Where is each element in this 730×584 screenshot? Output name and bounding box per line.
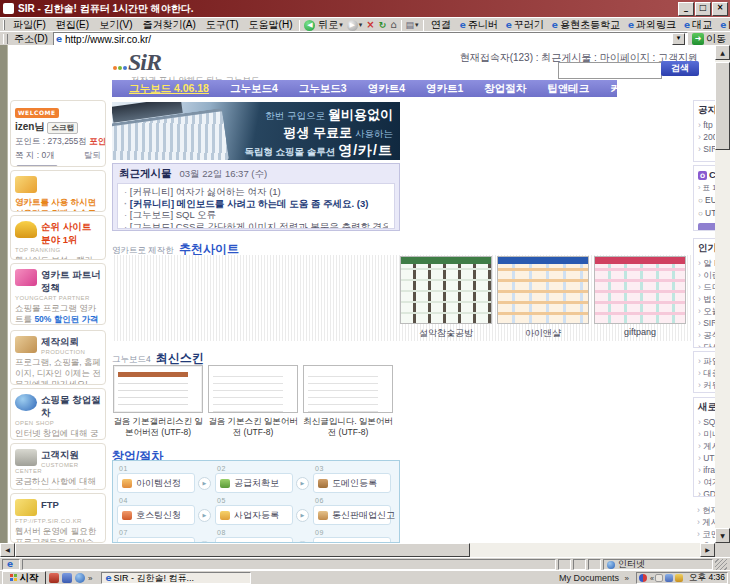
popular-link[interactable]: 공식 [698,329,715,341]
production-box[interactable]: 제작의뢰 PRODUCTION 프로그램, 쇼핑몰, 홈페이지, 디자인 이제는… [10,330,106,385]
recommend-site-card[interactable]: 설악참숯공방 [400,256,492,340]
scroll-left-button[interactable] [0,543,15,557]
nav-gnuboard-version[interactable]: 그누보드 4.06.18 [129,82,209,96]
site-caption[interactable]: 설악참숯공방 [400,327,492,340]
nav-community[interactable]: 커뮤니티 [610,82,652,96]
maximize-button[interactable]: □ [695,2,711,16]
step-item[interactable]: 공급처확보 [215,473,293,493]
skin-card[interactable]: 걸음 기본갤러리스킨 일본어버전 (UTF-8) [113,365,203,438]
horizontal-scrollbar[interactable] [0,543,715,557]
scrap-button[interactable]: 스크랩 [47,122,78,134]
active-task-button[interactable]: SIR - 김한솔! 컴퓨... [101,572,251,584]
start-button[interactable]: 시작 [2,571,46,584]
link-izen-style[interactable]: Izen Style [720,20,730,31]
notice-link[interactable]: 2006년 [698,131,715,143]
customer-support-box[interactable]: 고객지원 CUSTOMER CENTER 궁금하신 사항에 대해 성심껏 답변 … [10,443,106,490]
withdraw-link[interactable]: 탈퇴 [84,150,101,162]
ranking-box[interactable]: 순위 사이트 분야 1위 TOP RANKING 웹사이트 분석 - 랭키닷컴 … [10,215,106,260]
new-post-link[interactable]: iframe [698,464,715,476]
nav-gnuboard3[interactable]: 그누보드3 [299,82,347,96]
nav-gnuboard4[interactable]: 그누보드4 [230,82,278,96]
menu-edit[interactable]: 편집(E) [51,18,94,32]
refresh-button[interactable] [379,20,387,30]
home-button[interactable] [390,20,396,30]
address-input[interactable]: http://www.sir.co.kr/ [53,32,688,46]
link-daekyo[interactable]: 대교 [684,18,712,32]
tray-icon-1[interactable] [655,574,663,582]
skin-card[interactable]: 걸음 기본스킨 일본어버전 (UTF-8) [208,365,298,438]
site-caption[interactable]: giftpang [594,327,686,337]
logout-button[interactable]: 로그아웃 [16,165,58,167]
quick-launch-icon-1[interactable] [49,573,59,583]
post-link[interactable]: [그누보드] SQL 오류 [124,209,388,221]
new-post-link[interactable]: UTF-8 [698,452,715,464]
addressbar-grip[interactable] [3,34,8,44]
skin-caption[interactable]: 최신글입니다. 일본어버전 (UTF-8) [303,416,393,438]
vertical-scroll-thumb[interactable] [715,62,730,150]
post-link[interactable]: [커뮤니티] 메인보드를 사려고 하는데 도움 좀 주세요. (3) [124,198,388,210]
poll-submit-button[interactable] [698,223,715,231]
popular-link[interactable]: 오늘 [698,305,715,317]
ftp-box[interactable]: FTP FTP://FTP.SIR.CO.KR 웹서버 운영에 필요한 프로그램… [10,493,106,543]
youngcart-promo-box[interactable]: 영카트를 사용 하시면 신용카드 결제 수수료 최저 3.0% 적용 [10,170,106,212]
popular-link[interactable]: 알 FTP [698,257,715,269]
step-item[interactable]: 사업자등록 [215,505,293,525]
minimize-button[interactable]: _ [678,2,694,16]
nav-startup[interactable]: 창업절차 [484,82,526,96]
partner-policy-box[interactable]: 영카트 파트너정책 YOUNGCART PARTNER 쇼핑몰 프로그램 영카트… [10,263,106,325]
notice-link[interactable]: SIR 안내 [698,143,715,155]
popular-link[interactable]: 법인 [698,293,715,305]
tray-icon-2[interactable] [665,574,673,582]
search-input[interactable] [558,62,662,79]
skin-caption[interactable]: 걸음 기본스킨 일본어버전 (UTF-8) [208,416,298,438]
point-policy-link[interactable]: 포인트정책 [89,136,106,146]
link-school[interactable]: 용현초등학교 [552,18,620,32]
new-post-link[interactable]: 게시판 [698,440,715,452]
new-post-link[interactable]: GD 등 [698,488,715,497]
window-titlebar[interactable]: SIR - 김한솔! 컴퓨터 1시간만 해야한다. _ □ × [0,0,730,17]
menu-favorites[interactable]: 즐겨찾기(A) [137,18,200,32]
nav-youngcart1[interactable]: 영카트1 [426,82,463,96]
recommend-site-card[interactable]: 아이앤샬 [497,256,589,340]
resize-grip[interactable] [715,559,727,570]
site-caption[interactable]: 아이앤샬 [497,327,589,340]
scroll-up-button[interactable] [715,45,730,60]
forward-button[interactable] [347,20,363,31]
popular-link[interactable]: 대충 [698,367,715,379]
vertical-scrollbar[interactable] [715,45,730,543]
popular-link[interactable]: 드디어 [698,281,715,293]
tray-collapse-chevron[interactable]: « [650,575,654,582]
link-junior[interactable]: 쥬니버 [460,18,498,32]
popular-link[interactable]: SIR 쇼핑 [698,317,715,329]
menu-help[interactable]: 도움말(H) [244,18,298,32]
menu-view[interactable]: 보기(V) [94,18,137,32]
close-button[interactable]: × [712,2,728,16]
address-dropdown-button[interactable] [672,33,685,45]
step-item[interactable]: 도메인등록 [313,473,391,493]
post-link[interactable]: [커뮤니티] 여자가 싫어하는 여자 (1) [124,186,388,198]
step-item[interactable]: 아이템선정 [117,473,195,493]
popular-link[interactable]: 이런 [698,269,715,281]
step-item[interactable]: 통신판매업신고 [313,505,391,525]
youngcart-banner[interactable]: 한번 구입으로 월비용없이 평생 무료로 사용하는 독립형 쇼핑몰 솔루션 영/… [112,102,400,160]
new-post-link[interactable]: SQL [698,416,715,428]
stop-button[interactable] [366,20,374,30]
scroll-right-button[interactable] [700,543,715,557]
horizontal-scroll-thumb[interactable] [15,543,470,557]
skin-card[interactable]: 최신글입니다. 일본어버전 (UTF-8) [303,365,393,438]
link-gwaoe[interactable]: 과외링크 [628,18,676,32]
link-kkureogi[interactable]: 꾸러기 [506,18,544,32]
go-button[interactable]: 이동 [706,32,726,46]
new-post-link[interactable]: 여기 [698,476,715,488]
site-logo[interactable]: SiR [113,49,161,76]
skin-caption[interactable]: 걸음 기본갤러리스킨 일본어버전 (UTF-8) [113,416,203,438]
nav-tips[interactable]: 팁앤테크 [547,82,589,96]
notice-link[interactable]: ftp 접속 [698,119,715,131]
toolbar-chevron[interactable]: » [625,574,629,583]
popular-link[interactable]: 커뮤 [698,379,715,391]
ie-quick-launch-icon[interactable] [75,573,85,583]
tray-lock-icon[interactable] [675,574,683,582]
back-button[interactable]: 뒤로 [304,18,342,32]
quick-launch-icon-2[interactable] [62,573,72,583]
quick-launch-overflow-chevron[interactable]: » [88,574,92,583]
